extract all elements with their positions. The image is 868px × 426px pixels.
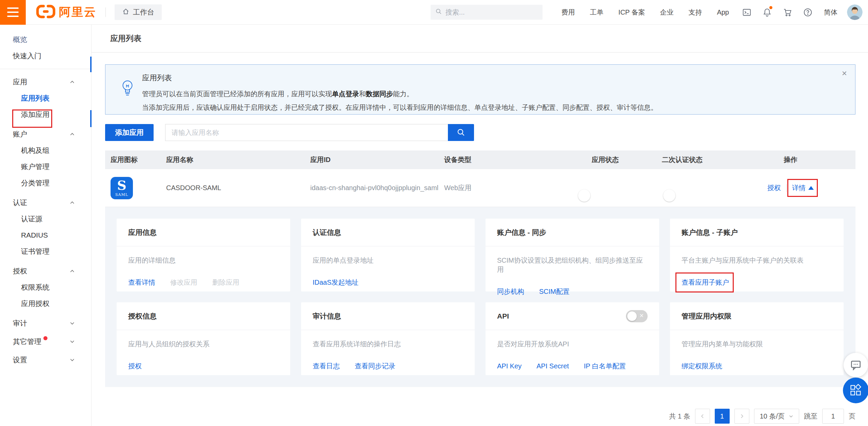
col-header-actions: 操作 [760, 155, 855, 164]
add-application-button[interactable]: 添加应用 [105, 124, 154, 141]
api-toggle[interactable]: ✕ [626, 310, 648, 322]
aliyun-logo[interactable]: 阿里云 [36, 4, 97, 20]
idaas-sso-url-link[interactable]: IDaaS发起地址 [313, 278, 359, 287]
cell-app-id: idaas-cn-shanghai-pvl0hq0ojjpplugin_saml [310, 184, 444, 192]
cell-app-name: CASDOOR-SAML [166, 184, 310, 192]
sync-org-link[interactable]: 同步机构 [497, 287, 524, 296]
page-number-current[interactable]: 1 [715, 409, 730, 424]
global-search-input[interactable] [446, 8, 530, 16]
grant-link[interactable]: 授权 [128, 362, 142, 371]
nav-item-app[interactable]: App [717, 8, 729, 16]
sidebar-item-quickstart[interactable]: 快速入门 [0, 48, 91, 64]
console-terminal-icon[interactable] [742, 7, 751, 17]
language-switcher[interactable]: 简体 [824, 8, 837, 17]
sidebar-item-add-app[interactable]: 添加应用 [0, 106, 91, 123]
active-indicator-overview [90, 57, 92, 72]
app-search-button[interactable] [448, 124, 474, 141]
card-sub-accounts: 账户信息 - 子账户 平台主账户与应用系统中子账户的关联表 查看应用子账户 [670, 219, 844, 291]
shopping-cart-icon[interactable] [783, 7, 792, 17]
sidebar-item-app-grant[interactable]: 应用授权 [0, 296, 91, 312]
banner-line2: 当添加完应用后，应该确认应用处于启用状态，并已经完成了授权。在应用详情中，可以看… [142, 101, 831, 114]
col-header-app-status: 应用状态 [592, 155, 662, 164]
view-sub-accounts-link[interactable]: 查看应用子账户 [682, 279, 729, 286]
chevron-up-icon [70, 79, 75, 85]
card-title: API [497, 312, 509, 320]
sidebar-item-permission-system[interactable]: 权限系统 [0, 279, 91, 296]
top-nav-links: 费用 工单 ICP 备案 企业 支持 App [561, 8, 729, 17]
scim-config-link[interactable]: SCIM配置 [539, 287, 570, 296]
sidebar-group-account[interactable]: 账户 [0, 126, 91, 142]
card-description: 应用的详细信息 [128, 256, 279, 265]
card-in-app-permissions: 管理应用内权限 管理应用内菜单与功能权限 绑定权限系统 [670, 302, 844, 375]
view-sync-records-link[interactable]: 查看同步记录 [355, 362, 395, 371]
chevron-down-icon [789, 414, 793, 419]
details-link[interactable]: 详情 [792, 183, 814, 192]
view-logs-link[interactable]: 查看日志 [313, 362, 340, 371]
card-title: 认证信息 [313, 228, 341, 237]
user-avatar[interactable] [847, 4, 863, 20]
global-search-box[interactable] [431, 5, 542, 20]
app-search-input[interactable] [165, 124, 448, 141]
sidebar-divider [0, 69, 91, 69]
col-header-device-type: 设备类型 [444, 155, 592, 164]
hamburger-menu-button[interactable] [0, 0, 26, 25]
page-title: 应用列表 [110, 33, 141, 44]
nav-item-tickets[interactable]: 工单 [590, 8, 604, 17]
sidebar-group-other-mgmt[interactable]: 其它管理 [0, 333, 91, 350]
sidebar-item-overview[interactable]: 概览 [0, 32, 91, 48]
help-icon[interactable] [803, 7, 812, 17]
app-detail-panel: 应用信息 应用的详细信息 查看详情 修改应用 删除应用 认证信息 [105, 207, 855, 387]
page-unit-label: 页 [849, 412, 855, 421]
card-auth-info: 认证信息 应用的单点登录地址 IDaaS发起地址 [301, 219, 475, 291]
workbench-button[interactable]: 工作台 [115, 4, 162, 20]
api-secret-link[interactable]: API Secret [536, 362, 569, 370]
apps-shortcut-button[interactable] [843, 378, 868, 403]
bind-permission-system-link[interactable]: 绑定权限系统 [682, 362, 722, 371]
modify-app-link: 修改应用 [170, 278, 197, 287]
nav-item-icp[interactable]: ICP 备案 [618, 8, 645, 17]
sidebar-group-grant[interactable]: 授权 [0, 263, 91, 279]
sidebar-item-cert-mgmt[interactable]: 证书管理 [0, 243, 91, 260]
prev-page-button[interactable] [695, 409, 710, 424]
card-account-sync: 账户信息 - 同步 SCIM协议设置以及把组织机构、组同步推送至应用 同步机构 … [486, 219, 659, 291]
next-page-button[interactable] [734, 409, 749, 424]
sidebar-item-org-groups[interactable]: 机构及组 [0, 142, 91, 159]
page-header: 应用列表 [92, 25, 868, 53]
feedback-chat-button[interactable] [844, 353, 868, 377]
sidebar-item-account-mgmt[interactable]: 账户管理 [0, 159, 91, 175]
sidebar-item-category-mgmt[interactable]: 分类管理 [0, 175, 91, 191]
sidebar-group-auth[interactable]: 认证 [0, 195, 91, 211]
apps-grid-icon [849, 384, 862, 397]
notification-bell-icon[interactable] [762, 7, 772, 17]
card-title: 授权信息 [128, 311, 157, 321]
ip-whitelist-link[interactable]: IP 白名单配置 [584, 362, 626, 371]
api-key-link[interactable]: API Key [497, 362, 521, 370]
aliyun-brackets-icon [36, 4, 56, 20]
actions-divider [786, 184, 787, 192]
view-details-link[interactable]: 查看详情 [128, 278, 155, 287]
page-size-select[interactable]: 10 条/页 [754, 409, 799, 424]
nav-item-support[interactable]: 支持 [688, 8, 702, 17]
sidebar-group-settings[interactable]: 设置 [0, 352, 91, 368]
saml-app-icon[interactable]: S SAML [111, 177, 133, 199]
sidebar-item-radius[interactable]: RADIUS [0, 227, 91, 243]
col-header-app-icon: 应用图标 [111, 155, 166, 164]
authorize-link[interactable]: 授权 [767, 183, 781, 192]
sidebar-group-app[interactable]: 应用 [0, 74, 91, 90]
card-description: 应用的单点登录地址 [313, 256, 463, 265]
nav-item-billing[interactable]: 费用 [561, 8, 575, 17]
sidebar-item-app-list[interactable]: 应用列表 [0, 90, 91, 106]
close-icon[interactable]: × [842, 69, 847, 78]
table-header-row: 应用图标 应用名称 应用ID 设备类型 应用状态 二次认证状态 操作 [105, 150, 855, 169]
cross-icon: ✕ [639, 312, 644, 319]
card-description: 平台主账户与应用系统中子账户的关联表 [682, 256, 832, 265]
jump-page-input[interactable] [822, 409, 844, 424]
main-content: 应用列表 应用列表 管理员可以在当前页面管理已经添加的所有应用，应用可以实现单点… [92, 25, 868, 426]
sidebar-item-auth-source[interactable]: 认证源 [0, 211, 91, 227]
chevron-up-icon [70, 200, 75, 205]
card-title: 管理应用内权限 [682, 311, 731, 321]
chevron-down-icon [70, 357, 75, 363]
nav-item-enterprise[interactable]: 企业 [660, 8, 673, 17]
sidebar-group-audit[interactable]: 审计 [0, 315, 91, 331]
col-header-app-name: 应用名称 [166, 155, 310, 164]
